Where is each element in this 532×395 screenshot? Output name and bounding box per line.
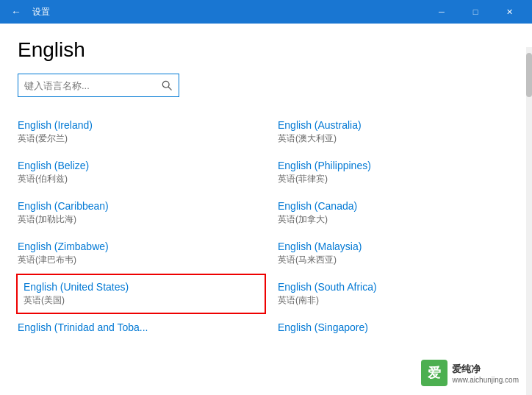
lang-name: English (Belize): [18, 160, 266, 171]
search-input[interactable]: [18, 77, 155, 94]
lang-name: English (Canada): [278, 200, 514, 212]
lang-native: 英语(爱尔兰): [18, 132, 266, 145]
watermark-text: 爱纯净 www.aichunjing.com: [452, 363, 519, 384]
scrollbar[interactable]: [526, 47, 532, 395]
close-button[interactable]: ✕: [492, 0, 526, 24]
minimize-button[interactable]: ─: [425, 0, 459, 24]
lang-native: 英语(美国): [24, 294, 259, 307]
maximize-button[interactable]: □: [459, 0, 492, 24]
scrollbar-thumb[interactable]: [526, 53, 532, 97]
search-box: [18, 74, 179, 97]
titlebar: ← 设置 ─ □ ✕: [0, 0, 532, 24]
lang-item[interactable]: English (Australia)英语(澳大利亚): [266, 112, 514, 152]
titlebar-title: 设置: [32, 6, 425, 18]
lang-item[interactable]: English (Singapore): [266, 314, 514, 341]
lang-item[interactable]: English (Caribbean)英语(加勒比海): [18, 193, 266, 233]
lang-name: English (Singapore): [278, 321, 514, 333]
lang-name: English (Malaysia): [278, 241, 514, 252]
lang-name: English (Trinidad and Toba...: [18, 321, 266, 333]
window-controls: ─ □ ✕: [425, 0, 526, 24]
lang-name: English (Caribbean): [18, 200, 266, 212]
lang-name: English (Zimbabwe): [18, 241, 266, 252]
lang-native: 英语(菲律宾): [278, 173, 514, 185]
lang-item[interactable]: English (Canada)英语(加拿大): [266, 193, 514, 233]
content-area: English English (Ireland)英语(爱尔兰)English …: [0, 24, 532, 395]
lang-native: 英语(澳大利亚): [278, 132, 514, 145]
lang-name: English (United States): [24, 281, 259, 293]
language-grid: English (Ireland)英语(爱尔兰)English (Austral…: [18, 112, 514, 341]
watermark: 爱 爱纯净 www.aichunjing.com: [421, 360, 519, 386]
lang-item[interactable]: English (South Africa)英语(南非): [266, 274, 514, 314]
watermark-logo: 爱: [421, 360, 447, 386]
lang-native: 英语(伯利兹): [18, 173, 266, 185]
lang-item[interactable]: English (Zimbabwe)英语(津巴布韦): [18, 233, 266, 274]
lang-item[interactable]: English (United States)英语(美国): [16, 274, 266, 314]
lang-native: 英语(马来西亚): [278, 254, 514, 266]
lang-native: 英语(津巴布韦): [18, 254, 266, 266]
lang-name: English (Ireland): [18, 119, 266, 131]
svg-line-1: [168, 87, 171, 90]
lang-item[interactable]: English (Philippines)英语(菲律宾): [266, 152, 514, 193]
lang-item[interactable]: English (Trinidad and Toba...: [18, 314, 266, 341]
lang-name: English (South Africa): [278, 281, 514, 293]
back-button[interactable]: ←: [6, 1, 26, 22]
lang-item[interactable]: English (Belize)英语(伯利兹): [18, 152, 266, 193]
lang-item[interactable]: English (Ireland)英语(爱尔兰): [18, 112, 266, 152]
search-icon: [155, 74, 179, 97]
lang-name: English (Australia): [278, 119, 514, 131]
lang-item[interactable]: English (Malaysia)英语(马来西亚): [266, 233, 514, 274]
lang-native: 英语(加拿大): [278, 213, 514, 226]
lang-native: 英语(南非): [278, 294, 514, 307]
lang-native: 英语(加勒比海): [18, 213, 266, 226]
lang-name: English (Philippines): [278, 160, 514, 171]
page-title: English: [18, 38, 514, 62]
